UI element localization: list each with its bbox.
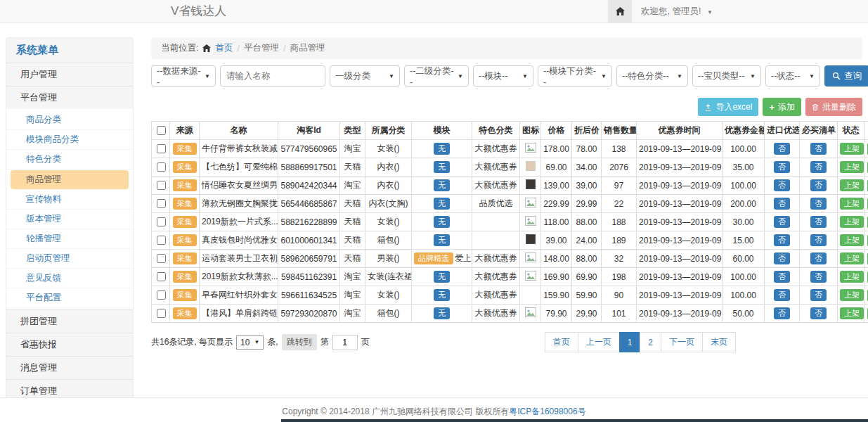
status-badge[interactable]: 上架 (840, 198, 864, 210)
status-cell: 上架 (838, 195, 864, 213)
user-menu[interactable]: 欢迎您, 管理员! ▼ (641, 0, 713, 24)
import-select-badge[interactable]: 否 (774, 161, 790, 173)
page-button-1[interactable]: 1 (619, 332, 641, 352)
import-excel-button[interactable]: 导入excel (698, 98, 758, 116)
row-checkbox[interactable] (157, 144, 166, 153)
sidebar-subitem-商品分类[interactable]: 商品分类 (6, 110, 133, 130)
category-cell: 女装(连衣裙) (365, 268, 412, 286)
sidebar-item-平台管理[interactable]: 平台管理 (6, 86, 133, 109)
must-buy-badge[interactable]: 否 (810, 161, 827, 173)
sidebar-subitem-商品管理[interactable]: 商品管理 (11, 170, 129, 189)
must-buy-badge[interactable]: 否 (810, 216, 827, 228)
import-select-badge[interactable]: 否 (774, 143, 790, 155)
filter-select-item-type[interactable]: --宝贝类型--▼ (692, 65, 761, 87)
coupon-amount-cell: 60.00 (723, 250, 765, 268)
broken-image-icon (525, 271, 536, 281)
row-select-cell (152, 268, 170, 286)
page-size-select[interactable]: 10▼ (236, 335, 264, 350)
filter-select-level2-category[interactable]: --二级分类--▼ (404, 65, 469, 87)
sidebar-item-消息管理[interactable]: 消息管理 (6, 356, 133, 379)
sidebar-subitem-宣传物料[interactable]: 宣传物料 (6, 190, 133, 210)
must-buy-badge[interactable]: 否 (810, 143, 827, 155)
status-badge[interactable]: 上架 (840, 143, 864, 155)
sidebar-subitem-启动页管理[interactable]: 启动页管理 (6, 249, 133, 269)
page-button-2[interactable]: 2 (640, 332, 661, 352)
sidebar-item-省惠快报[interactable]: 省惠快报 (6, 333, 133, 356)
must-buy-badge[interactable]: 否 (810, 289, 827, 301)
filter-select-level1-category[interactable]: 一级分类▼ (330, 65, 400, 87)
row-checkbox[interactable] (157, 181, 166, 190)
source-cell: 采集 (170, 140, 200, 158)
sidebar-subitem-平台配置[interactable]: 平台配置 (6, 288, 133, 308)
add-button[interactable]: + 添加 (763, 98, 801, 116)
import-select-badge[interactable]: 否 (774, 198, 790, 210)
batch-delete-button[interactable]: 批量删除 (805, 98, 862, 116)
filter-select-status[interactable]: --状态--▼ (765, 65, 820, 87)
filter-select-module[interactable]: --模块--▼ (473, 65, 533, 87)
price-cell: 39.00 (541, 231, 572, 250)
filter-input-name[interactable] (220, 65, 325, 87)
row-checkbox[interactable] (157, 162, 166, 172)
row-checkbox[interactable] (157, 272, 166, 281)
type-cell: 淘宝 (340, 140, 365, 158)
select-all-checkbox[interactable] (157, 126, 166, 135)
operations-cell (864, 140, 868, 158)
page-button-上一页[interactable]: 上一页 (578, 332, 620, 352)
sidebar-subitem-意见反馈[interactable]: 意见反馈 (6, 269, 133, 288)
category-cell: 内衣(文胸) (365, 195, 412, 213)
row-checkbox[interactable] (157, 254, 166, 263)
row-checkbox[interactable] (157, 217, 166, 226)
must-buy-badge[interactable]: 否 (810, 179, 827, 191)
jump-button[interactable]: 跳转到 (282, 334, 317, 350)
sidebar-subitem-模块商品分类[interactable]: 模块商品分类 (6, 130, 133, 150)
import-select-badge[interactable]: 否 (774, 289, 790, 301)
status-badge[interactable]: 上架 (840, 216, 864, 228)
copyright-text: Copyright © 2014-2018 广州九驰网络科技有限公司 版权所有 (282, 407, 509, 416)
page-button-末页[interactable]: 末页 (702, 332, 736, 352)
import-select-badge[interactable]: 否 (774, 252, 790, 264)
must-buy-badge[interactable]: 否 (810, 234, 827, 246)
sidebar-item-拼团管理[interactable]: 拼团管理 (6, 309, 133, 333)
row-checkbox[interactable] (157, 309, 166, 318)
status-badge[interactable]: 上架 (840, 307, 864, 319)
sidebar-subitem-轮播管理[interactable]: 轮播管理 (6, 229, 133, 249)
module-cell: 无 (412, 286, 472, 305)
status-badge[interactable]: 上架 (840, 179, 864, 191)
status-badge[interactable]: 上架 (840, 271, 864, 283)
status-badge[interactable]: 上架 (840, 289, 864, 301)
import-select-badge[interactable]: 否 (774, 179, 790, 191)
page-button-首页[interactable]: 首页 (545, 332, 578, 352)
table-row: 采集2019新款女秋薄款...598451162391淘宝女装(连衣裙)无大额优… (152, 268, 868, 286)
filter-select-feature-category[interactable]: --特色分类--▼ (616, 65, 688, 87)
status-badge[interactable]: 上架 (840, 252, 864, 264)
page-button-下一页[interactable]: 下一页 (661, 332, 703, 352)
must-buy-badge[interactable]: 否 (810, 307, 827, 319)
must-buy-badge[interactable]: 否 (810, 198, 827, 210)
row-checkbox[interactable] (157, 290, 166, 300)
sidebar-item-用户管理[interactable]: 用户管理 (6, 63, 133, 86)
import-select-cell: 否 (765, 231, 800, 250)
page-number-input[interactable] (332, 335, 358, 350)
filter-select-module-sub-category[interactable]: --模块下分类--▼ (538, 65, 612, 87)
home-button[interactable] (608, 0, 632, 23)
sidebar-subitem-版本管理[interactable]: 版本管理 (6, 210, 133, 229)
row-checkbox[interactable] (157, 199, 166, 208)
must-buy-badge[interactable]: 否 (810, 271, 827, 283)
import-select-badge[interactable]: 否 (774, 234, 790, 246)
module-cell: 无 (412, 305, 472, 323)
status-badge[interactable]: 上架 (840, 234, 864, 246)
search-button[interactable]: 查询 (824, 65, 868, 87)
coupon-time-cell: 2019-09-13—2019-09-19 (637, 213, 723, 231)
row-checkbox[interactable] (157, 236, 166, 245)
import-select-badge[interactable]: 否 (774, 271, 790, 283)
sidebar-subitem-特色分类[interactable]: 特色分类 (6, 150, 133, 170)
must-buy-badge[interactable]: 否 (810, 252, 827, 264)
filter-select-data-source[interactable]: --数据来源--▼ (151, 65, 216, 87)
icp-link[interactable]: 粤ICP备16098006号 (509, 407, 585, 416)
breadcrumb-home-link[interactable]: 首页 (215, 42, 233, 54)
import-select-badge[interactable]: 否 (774, 216, 790, 228)
source-badge: 采集 (173, 271, 197, 283)
import-select-badge[interactable]: 否 (774, 307, 790, 319)
status-badge[interactable]: 上架 (840, 161, 864, 173)
product-thumbnail (526, 234, 536, 244)
